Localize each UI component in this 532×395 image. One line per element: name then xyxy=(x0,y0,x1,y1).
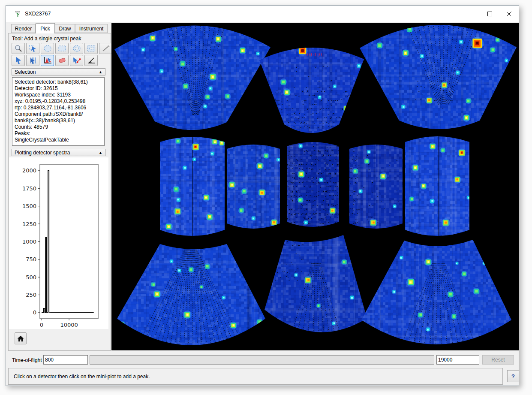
zoom-icon xyxy=(14,45,23,52)
selection-info-line: Peaks: xyxy=(15,130,104,137)
tof-max-input[interactable] xyxy=(436,355,479,365)
svg-text:750: 750 xyxy=(26,256,36,262)
tool-label: Tool: Add a single crystal peak xyxy=(12,36,81,42)
mini-plot[interactable]: 025050075010001250150017502000010000TOF xyxy=(9,157,108,329)
plot-panel-header[interactable]: Plotting detector spectra ▲ xyxy=(12,149,105,156)
mantid-logo-icon xyxy=(14,10,21,18)
selection-info-line: rtp: 0.284803,27.1164,-81.3606 xyxy=(15,105,104,111)
selection-info-line: Detector ID: 32615 xyxy=(15,85,104,92)
status-message: Click on a detector then click on the mi… xyxy=(14,374,150,380)
tool-select-tube-button[interactable] xyxy=(26,55,39,66)
selection-info-line: bank8(x=38)/bank8(38,61) xyxy=(15,118,104,124)
tool-align-peaks-button[interactable] xyxy=(84,55,98,66)
maximize-button[interactable] xyxy=(480,6,499,22)
tab-instrument[interactable]: Instrument xyxy=(75,24,108,33)
svg-text:0: 0 xyxy=(33,309,36,316)
svg-text:0: 0 xyxy=(40,322,43,328)
tab-draw[interactable]: Draw xyxy=(55,24,75,33)
selection-info-line: SingleCrystalPeakTable xyxy=(15,137,104,143)
status-bar: Click on a detector then click on the mi… xyxy=(8,368,503,385)
selection-info-line: Selected detector: bank8(38,61) xyxy=(15,79,104,85)
navigate-pointer-icon xyxy=(14,57,23,64)
svg-text:10000: 10000 xyxy=(60,322,78,328)
mini-plot-figure[interactable]: 025050075010001250150017502000010000TOF xyxy=(9,157,108,329)
svg-text:2000: 2000 xyxy=(22,167,36,174)
instrument-view-window: SXD23767 Render Pick Draw Instrument Too… xyxy=(6,5,519,386)
compare-peaks-icon xyxy=(72,57,81,64)
selection-info-line: Counts: 48579 xyxy=(15,124,104,130)
tab-pick[interactable]: Pick xyxy=(36,23,55,33)
tool-navigate-button[interactable] xyxy=(12,55,25,66)
tof-slider-track[interactable] xyxy=(90,355,434,365)
draw-ellipse-ring-icon xyxy=(72,45,81,52)
collapse-triangle-icon[interactable]: ▲ xyxy=(99,70,102,74)
minimize-button[interactable] xyxy=(461,6,480,22)
svg-text:500: 500 xyxy=(26,274,36,280)
tool-edit-shape-button[interactable] xyxy=(26,43,39,54)
tool-compare-peaks-button[interactable] xyxy=(70,55,83,66)
erase-peak-icon xyxy=(57,57,67,64)
selection-info-line: Workspace index: 31193 xyxy=(15,92,104,98)
align-peaks-icon xyxy=(87,57,96,64)
tool-draw-ellipse-button[interactable] xyxy=(41,43,54,54)
svg-text:1750: 1750 xyxy=(22,185,36,192)
selection-info-box: Selected detector: bank8(38,61) Detector… xyxy=(12,77,105,146)
svg-text:1500: 1500 xyxy=(22,203,36,209)
tool-erase-peak-button[interactable] xyxy=(55,55,69,66)
draw-ellipse-icon xyxy=(43,45,52,52)
selection-panel-header[interactable]: Selection ▲ xyxy=(12,68,105,75)
tool-zoom-button[interactable] xyxy=(12,43,25,54)
instrument-canvas[interactable] xyxy=(111,23,519,350)
title-bar[interactable]: SXD23767 xyxy=(6,6,519,22)
collapse-triangle-icon[interactable]: ▲ xyxy=(99,151,102,155)
edit-shape-icon xyxy=(28,45,38,52)
svg-text:1250: 1250 xyxy=(22,221,36,227)
draw-rectangle-icon xyxy=(57,45,67,52)
selection-info-line: xyz: 0.0195,-0.12834,0.253498 xyxy=(15,98,104,105)
window-title: SXD23767 xyxy=(25,11,51,17)
add-peak-icon xyxy=(43,57,52,64)
tof-label: Time-of-flight xyxy=(12,357,42,363)
select-tube-icon xyxy=(28,57,38,64)
help-button[interactable]: ? xyxy=(507,370,519,382)
tool-draw-rectangle-ring-button[interactable] xyxy=(84,43,98,54)
tool-draw-ellipse-ring-button[interactable] xyxy=(70,43,83,54)
svg-text:250: 250 xyxy=(26,292,36,298)
tab-render[interactable]: Render xyxy=(11,24,36,33)
draw-rectangle-ring-icon xyxy=(87,45,96,52)
desktop: SXD23767 Render Pick Draw Instrument Too… xyxy=(0,0,532,395)
tool-draw-free-line-button[interactable] xyxy=(99,43,112,54)
tof-reset-button[interactable]: Reset xyxy=(482,355,514,365)
selection-info-line: Component path:/SXD/bank8/ xyxy=(15,111,104,118)
tool-draw-rectangle-button[interactable] xyxy=(55,43,69,54)
draw-free-line-icon xyxy=(101,45,111,52)
tof-min-input[interactable] xyxy=(43,355,88,365)
home-icon xyxy=(17,335,24,342)
plot-home-button[interactable] xyxy=(15,332,27,344)
close-button[interactable] xyxy=(499,6,519,22)
tool-add-peak-button[interactable] xyxy=(41,55,54,66)
svg-text:1000: 1000 xyxy=(22,238,36,245)
